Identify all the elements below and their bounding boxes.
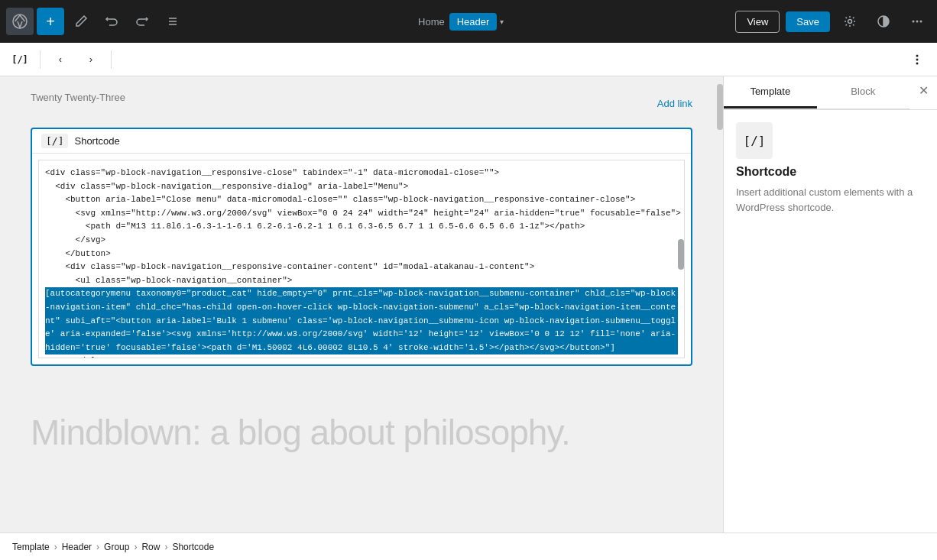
forward-button[interactable]: › bbox=[77, 46, 105, 73]
view-button[interactable]: View bbox=[735, 11, 780, 33]
bc-item-shortcode[interactable]: Shortcode bbox=[172, 542, 214, 552]
bc-item-template[interactable]: Template bbox=[12, 542, 50, 552]
secondary-toolbar: [/] ‹ › bbox=[0, 43, 937, 76]
main-area: Twenty Twenty-Three Add link [/] Shortco… bbox=[0, 76, 937, 532]
code-line-1: <div class="wp-block-navigation__respons… bbox=[45, 167, 678, 180]
bc-sep-2: › bbox=[96, 542, 99, 552]
panel-content: [/] Shortcode Insert additional custom e… bbox=[724, 110, 937, 227]
bottom-breadcrumb: Template › Header › Group › Row › Shortc… bbox=[0, 532, 937, 560]
bc-item-header[interactable]: Header bbox=[62, 542, 92, 552]
block-options-button[interactable] bbox=[903, 46, 931, 73]
shortcode-block[interactable]: [/] Shortcode <div class="wp-block-navig… bbox=[31, 128, 692, 366]
settings-button[interactable] bbox=[836, 8, 864, 35]
forward-icon: › bbox=[89, 53, 92, 65]
svg-point-10 bbox=[916, 58, 919, 60]
canvas-wrapper: Twenty Twenty-Three Add link [/] Shortco… bbox=[0, 76, 723, 532]
svg-point-6 bbox=[912, 21, 914, 23]
bc-sep-4: › bbox=[164, 542, 167, 552]
toolbar-left: + bbox=[6, 8, 186, 35]
breadcrumb-header[interactable]: Header bbox=[449, 13, 498, 31]
panel-block-title: Shortcode bbox=[736, 165, 925, 179]
tab-template[interactable]: Template bbox=[724, 76, 817, 108]
breadcrumb-header-dropdown[interactable]: Header ▾ bbox=[449, 13, 504, 31]
save-button[interactable]: Save bbox=[786, 11, 830, 32]
page-label: Twenty Twenty-Three bbox=[31, 92, 125, 103]
undo-button[interactable] bbox=[98, 8, 125, 35]
list-view-button[interactable] bbox=[159, 8, 186, 35]
header-breadcrumb: Home Header ▾ bbox=[418, 13, 504, 31]
chevron-down-icon: ▾ bbox=[500, 18, 504, 26]
svg-point-7 bbox=[916, 21, 918, 23]
canvas-scrollbar[interactable] bbox=[717, 76, 723, 532]
add-link[interactable]: Add link bbox=[657, 98, 692, 109]
canvas-content: Twenty Twenty-Three Add link [/] Shortco… bbox=[0, 76, 723, 484]
toolbar-center: Home Header ▾ bbox=[418, 13, 504, 31]
more-options-button[interactable] bbox=[903, 8, 931, 35]
code-line-7: </button> bbox=[45, 248, 678, 261]
toggle-bracket-button[interactable]: [/] bbox=[6, 46, 34, 73]
editor-scrollbar-thumb[interactable] bbox=[678, 239, 684, 270]
block-title: Shortcode bbox=[74, 135, 119, 147]
svg-point-9 bbox=[916, 54, 919, 57]
code-line-8: <div class="wp-block-navigation__respons… bbox=[45, 261, 678, 274]
canvas-scrollbar-thumb[interactable] bbox=[717, 84, 723, 130]
svg-point-11 bbox=[916, 62, 919, 64]
edit-tool-button[interactable] bbox=[67, 8, 95, 35]
svg-point-8 bbox=[919, 21, 922, 23]
code-line-4: <svg xmlns="http://www.w3.org/2000/svg" … bbox=[45, 207, 678, 221]
code-line-6: </svg> bbox=[45, 234, 678, 248]
back-button[interactable]: ‹ bbox=[47, 46, 74, 73]
code-highlighted: [autocategorymenu taxonomy0="product_cat… bbox=[45, 287, 678, 354]
toolbar-right: View Save bbox=[735, 8, 931, 35]
svg-point-4 bbox=[848, 20, 851, 24]
block-header: [/] Shortcode bbox=[32, 129, 691, 154]
right-panel: Template Block ✕ [/] Shortcode Insert ad… bbox=[723, 76, 937, 532]
code-line-9: <ul class="wp-block-navigation__containe… bbox=[45, 274, 678, 288]
tab-block[interactable]: Block bbox=[817, 76, 910, 108]
bc-sep-3: › bbox=[134, 542, 137, 552]
shortcode-bracket-icon: [/] bbox=[41, 134, 68, 148]
canvas-area: Twenty Twenty-Three Add link [/] Shortco… bbox=[0, 76, 723, 484]
back-icon: ‹ bbox=[59, 53, 62, 65]
redo-button[interactable] bbox=[128, 8, 156, 35]
code-editor[interactable]: <div class="wp-block-navigation__respons… bbox=[38, 160, 685, 358]
blog-title: Mindblown: a blog about philosophy. bbox=[31, 381, 692, 468]
add-block-button[interactable]: + bbox=[37, 8, 64, 35]
panel-tabs: Template Block bbox=[724, 76, 909, 109]
code-line-2: <div class="wp-block-navigation__respons… bbox=[45, 180, 678, 194]
breadcrumb-home[interactable]: Home bbox=[418, 16, 445, 28]
panel-block-icon: [/] bbox=[736, 122, 773, 159]
code-line-5: <path d="M13 11.8l6.1-6.3-1-1-6.1 6.2-6.… bbox=[45, 220, 678, 234]
bracket-icon: [/] bbox=[11, 54, 28, 65]
contrast-button[interactable] bbox=[870, 8, 897, 35]
main-toolbar: + Home Header ▾ View Save bbox=[0, 0, 937, 43]
panel-block-desc: Insert additional custom elements with a… bbox=[736, 185, 925, 215]
toolbar-separator bbox=[40, 50, 41, 69]
code-line-3: <button aria-label="Close menu" data-mic… bbox=[45, 193, 678, 207]
bc-sep-1: › bbox=[54, 542, 57, 552]
panel-close-button[interactable]: ✕ bbox=[909, 76, 937, 104]
bc-item-group[interactable]: Group bbox=[104, 542, 129, 552]
code-line-end: </ul> bbox=[45, 354, 678, 358]
toolbar-separator-2 bbox=[111, 50, 112, 69]
wp-logo-button[interactable] bbox=[6, 8, 34, 35]
bc-item-row[interactable]: Row bbox=[141, 542, 160, 552]
